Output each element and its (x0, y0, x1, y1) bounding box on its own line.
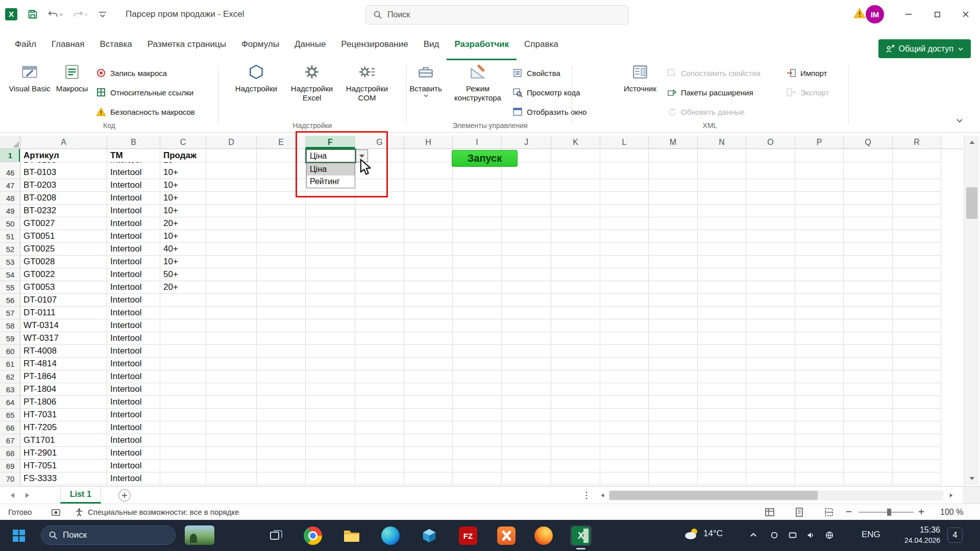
cell-sales[interactable]: 20+ (160, 281, 206, 293)
cube-app-icon[interactable] (419, 525, 440, 546)
maximize-button[interactable] (923, 0, 951, 29)
cell-articul[interactable]: HT-7205 (20, 421, 107, 434)
column-header[interactable]: R (893, 136, 941, 149)
search-box[interactable]: Поиск (365, 5, 629, 24)
notification-badge[interactable]: 4 (947, 528, 963, 543)
cell-sales[interactable]: 10+ (160, 179, 206, 191)
column-header[interactable]: G (355, 136, 404, 149)
tab-splitter-dots[interactable] (585, 491, 588, 502)
cell-tm[interactable]: Intertool (107, 332, 160, 344)
minimize-button[interactable] (894, 0, 923, 29)
language-indicator[interactable]: ENG (862, 530, 880, 540)
column-header[interactable]: H (404, 136, 453, 149)
column-header[interactable]: C (160, 136, 206, 149)
sheet-nav-left[interactable] (6, 490, 18, 501)
tab-help[interactable]: Справка (517, 29, 566, 60)
map-properties-button[interactable]: Сопоставить свойства (667, 64, 761, 82)
save-button[interactable] (22, 4, 43, 24)
cell-articul[interactable]: GT0027 (20, 217, 107, 230)
row-number[interactable]: 64 (0, 396, 20, 408)
row-number[interactable]: 56 (0, 294, 20, 306)
tab-review[interactable]: Рецензирование (333, 29, 415, 60)
column-header[interactable]: I (453, 136, 502, 149)
cell-tm[interactable]: Intertool (107, 345, 160, 357)
design-mode-button[interactable]: Режим конструктора (450, 63, 505, 129)
cell-articul[interactable]: GT1701 (20, 434, 107, 446)
cell-tm[interactable]: Intertool (107, 383, 160, 395)
cell-sales-header[interactable]: Продаж (160, 149, 206, 162)
cell-sales[interactable] (160, 421, 206, 434)
firefox-icon[interactable] (533, 525, 554, 546)
row-number[interactable]: 58 (0, 319, 20, 332)
cell-sales[interactable] (160, 434, 206, 446)
column-header[interactable]: J (502, 136, 551, 149)
widgets-button[interactable] (185, 525, 214, 545)
cell-tm-header[interactable]: ТМ (107, 149, 160, 162)
normal-view-button[interactable] (765, 507, 775, 519)
column-header[interactable]: M (649, 136, 698, 149)
row-number[interactable]: 69 (0, 460, 20, 472)
cell-tm[interactable]: Intertool (107, 268, 160, 281)
row-number[interactable]: 67 (0, 434, 20, 446)
row-number[interactable]: 54 (0, 268, 20, 281)
cell-sales[interactable]: 10+ (160, 205, 206, 217)
hscroll-left-button[interactable] (596, 490, 608, 501)
cell-tm[interactable]: Intertool (107, 230, 160, 242)
tab-formulas[interactable]: Формулы (234, 29, 287, 60)
vertical-scroll-thumb[interactable] (966, 187, 977, 219)
row-number[interactable]: 53 (0, 256, 20, 268)
cell-sales[interactable] (160, 319, 206, 332)
task-view-button[interactable] (265, 525, 287, 546)
column-header[interactable]: N (698, 136, 746, 149)
column-header[interactable]: K (551, 136, 600, 149)
xampp-icon[interactable] (496, 525, 517, 546)
run-macro-button[interactable]: Запуск (452, 150, 518, 167)
hscroll-right-button[interactable] (945, 490, 958, 501)
cell-tm[interactable]: Intertool (107, 205, 160, 217)
tab-home[interactable]: Главная (44, 29, 92, 60)
combobox-value[interactable]: Ціна (306, 149, 355, 162)
cell-sales[interactable]: 10+ (160, 230, 206, 242)
excel-taskbar-icon[interactable]: X (570, 525, 592, 546)
cell-tm[interactable]: Intertool (107, 217, 160, 230)
row-number[interactable]: 62 (0, 370, 20, 383)
expansion-packs-button[interactable]: Пакеты расширения (667, 84, 761, 101)
horizontal-scroll-thumb[interactable] (609, 491, 818, 500)
cell-tm[interactable]: Intertool (107, 243, 160, 255)
cell-sales[interactable] (160, 307, 206, 319)
cell-sales[interactable]: 10+ (160, 166, 206, 179)
tab-file[interactable]: Файл (7, 29, 44, 60)
row-number[interactable]: 47 (0, 179, 20, 191)
relative-references-button[interactable]: Относительные ссылки (96, 84, 195, 101)
cell-sales[interactable]: 10+ (160, 256, 206, 268)
tab-page-layout[interactable]: Разметка страницы (140, 29, 234, 60)
cell-tm[interactable]: Intertool (107, 192, 160, 204)
row-number[interactable]: 1 (0, 149, 20, 162)
accessibility-status[interactable]: Специальные возможности: все в порядке (75, 507, 239, 517)
row-number[interactable]: 68 (0, 447, 20, 459)
column-header[interactable]: Q (844, 136, 893, 149)
chrome-icon[interactable] (302, 525, 324, 546)
column-header[interactable]: B (107, 136, 160, 149)
redo-button[interactable] (68, 4, 93, 24)
column-header[interactable]: P (795, 136, 844, 149)
column-header[interactable]: E (257, 136, 306, 149)
import-button[interactable]: Импорт (786, 64, 829, 82)
row-number[interactable]: 61 (0, 358, 20, 370)
scroll-down-button[interactable] (964, 472, 979, 485)
excel-addins-button[interactable]: Надстройки Excel (287, 63, 336, 129)
add-sheet-button[interactable] (118, 489, 131, 502)
network-icon[interactable] (825, 531, 834, 542)
cell-tm[interactable]: Intertool (107, 434, 160, 446)
vertical-scrollbar[interactable] (964, 136, 979, 485)
view-code-button[interactable]: Просмотр кода (512, 84, 586, 101)
cell-sales[interactable]: 20+ (160, 217, 206, 230)
cell-articul[interactable]: GT0025 (20, 243, 107, 255)
cell-sales[interactable] (160, 332, 206, 344)
cell-sales[interactable] (160, 345, 206, 357)
tab-developer[interactable]: Разработчик (447, 29, 517, 60)
cell-sales[interactable] (160, 409, 206, 421)
row-number[interactable]: 57 (0, 307, 20, 319)
horizontal-scrollbar[interactable] (608, 490, 943, 500)
start-button[interactable] (8, 525, 30, 546)
